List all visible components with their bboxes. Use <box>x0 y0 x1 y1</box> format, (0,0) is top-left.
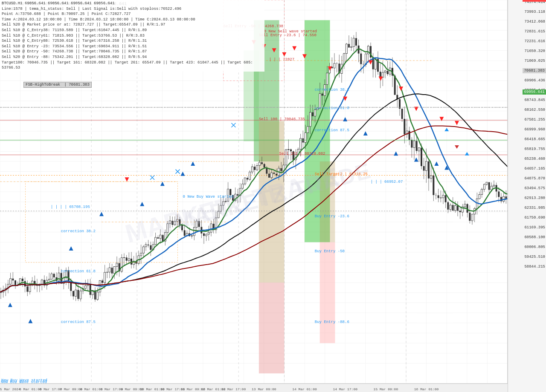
fsb-value: | 70681.383 <box>64 83 89 87</box>
time-label: 5 Mar 2024 <box>0 387 20 391</box>
time-label: 14 Mar 01:00 <box>292 387 317 391</box>
info-line-1: BTCUSD.H1 69056.641 69056.641 69056.641 … <box>2 1 263 6</box>
price-label: 71650.320 <box>524 49 545 53</box>
price-label: 61169.395 <box>524 225 545 230</box>
time-label: 13 Mar 09:00 <box>252 387 276 391</box>
price-label: 64657.165 <box>524 167 545 171</box>
time-axis: 5 Mar 20246 Mar 01:006 Mar 17:007 Mar 09… <box>0 383 508 392</box>
special-price-label: 69056.641 <box>523 89 546 95</box>
price-label: 65238.460 <box>524 157 545 161</box>
time-label: 8 Mar 17:00 <box>100 387 123 391</box>
time-label: 6 Mar 17:00 <box>40 387 62 391</box>
info-line-10: Sell %20 @ Entry -50: 74268.738 || Targe… <box>2 49 263 55</box>
time-label: 6 Mar 01:00 <box>19 387 42 391</box>
time-label: 15 Mar 09:00 <box>374 387 398 391</box>
time-label: 12 Mar 17:00 <box>221 387 246 391</box>
price-label: 72831.615 <box>524 29 545 34</box>
price-label: 66418.665 <box>524 137 545 141</box>
price-axis: 74574.41473993.11873412.06872831.6157223… <box>508 0 546 392</box>
price-label: 73993.118 <box>524 10 545 14</box>
fsb-label-text: FSB-HighToBreak <box>26 83 60 87</box>
price-label: 69906.436 <box>524 78 545 83</box>
price-label: 72231.616 <box>524 39 545 43</box>
time-label: 7 Mar 09:00 <box>60 387 82 391</box>
fsb-label: FSB-HighToBreak | 70681.383 <box>23 82 92 88</box>
price-label: 60588.100 <box>524 235 545 239</box>
info-line-4: Time A:2024.03.12 18:00:00 | Time B:2024… <box>2 17 263 23</box>
price-label: 59425.510 <box>524 255 545 259</box>
info-line-5: Sell %20 @ Market price or at: 72827.727… <box>2 22 263 28</box>
price-label: 60006.805 <box>524 245 545 249</box>
price-label: 68162.550 <box>524 108 545 112</box>
price-label: 65819.755 <box>524 147 545 151</box>
price-label: 63494.575 <box>524 186 545 190</box>
info-line-7: Sell %10 @ C_Entry61: 71815.903 || Targe… <box>2 33 263 39</box>
time-label: 14 Mar 17:00 <box>333 387 357 391</box>
price-label: 66999.960 <box>524 127 545 132</box>
info-line-11: Sell %20 @ Entry -88: 75342.201 || Targe… <box>2 55 263 60</box>
time-label: 16 Mar 01:00 <box>414 387 439 391</box>
special-price-label: 76522.496 <box>523 0 546 2</box>
price-label: 73412.068 <box>524 20 545 24</box>
info-line-9: Sell %10 @ Entry -23: 73534.556 || Targe… <box>2 44 263 49</box>
info-line-2: Line:1578 | tема_h1_status: Sell | Last … <box>2 6 263 12</box>
price-label: 67581.255 <box>524 118 545 122</box>
price-label: 58844.215 <box>524 265 545 269</box>
info-line-8: Sell %10 @ C_Entry88: 72530.618 || Targe… <box>2 38 263 44</box>
price-label: 64075.870 <box>524 176 545 181</box>
price-label: 68743.845 <box>524 98 545 102</box>
time-label: 8 Mar 01:00 <box>80 387 103 391</box>
info-line-3: Point A:73750.688 | Point B:70097.25 | P… <box>2 12 263 17</box>
special-price-label: 70681.383 <box>523 68 546 73</box>
price-label: 71069.025 <box>524 59 545 63</box>
info-line-12: Target100: 70046.735 || Target 161: 6832… <box>2 60 263 71</box>
price-label: 62331.985 <box>524 206 545 210</box>
price-label: 62913.280 <box>524 196 545 200</box>
price-label: 61750.690 <box>524 216 545 220</box>
info-panel: BTCUSD.H1 69056.641 69056.641 69056.641 … <box>0 0 264 72</box>
chart-container: BTCUSD.H1 69056.641 69056.641 69056.641 … <box>0 0 546 392</box>
info-line-6: Sell %10 @ C_Entry38: 71159.589 || Targe… <box>2 28 263 33</box>
